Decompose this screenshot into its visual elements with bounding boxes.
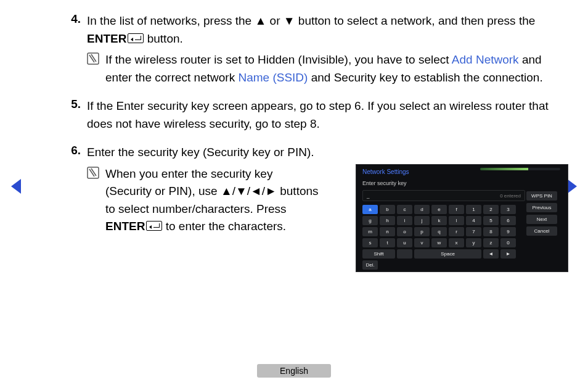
- key-m[interactable]: m: [362, 227, 378, 236]
- key-v[interactable]: v: [414, 238, 430, 247]
- step-body: Enter the security key (Security key or …: [87, 144, 321, 236]
- next-page-arrow[interactable]: [567, 179, 577, 194]
- key-q[interactable]: q: [431, 227, 447, 236]
- enter-icon: [146, 221, 162, 231]
- key-p[interactable]: p: [414, 227, 430, 236]
- key-k[interactable]: k: [431, 216, 447, 225]
- progress-bar: [480, 168, 560, 170]
- text: If the Enter security key screen appears…: [87, 99, 549, 130]
- text: In the list of networks, press the: [87, 14, 255, 27]
- key-z[interactable]: z: [483, 238, 499, 247]
- step-5: 5. If the Enter security key screen appe…: [52, 97, 567, 133]
- note-text: When you enter the security key (Securit…: [105, 165, 321, 236]
- text: to enter the characters.: [162, 220, 286, 233]
- key-t[interactable]: t: [380, 238, 395, 247]
- text: and Security key to establish the connec…: [308, 71, 542, 84]
- key-left[interactable]: ◄: [483, 249, 499, 259]
- note-text: If the wireless router is set to Hidden …: [105, 51, 567, 86]
- key-9[interactable]: 9: [500, 227, 516, 236]
- key-5[interactable]: 5: [483, 216, 499, 225]
- progress-fill: [480, 168, 528, 170]
- panel-subtitle: Enter security key: [356, 176, 568, 189]
- key-w[interactable]: w: [431, 238, 447, 247]
- step-body: In the list of networks, press the ▲ or …: [87, 12, 567, 86]
- panel-side-buttons: WPS PIN Previous Next Cancel: [526, 191, 557, 270]
- note-icon: [87, 51, 105, 86]
- text: or: [266, 14, 283, 27]
- note: If the wireless router is set to Hidden …: [87, 51, 567, 86]
- add-network-link: Add Network: [452, 53, 519, 66]
- step-body: If the Enter security key screen appears…: [87, 97, 567, 133]
- key-shift[interactable]: Shift: [362, 249, 395, 259]
- name-ssid-link: Name (SSID): [238, 71, 308, 84]
- step-number: 6.: [52, 144, 87, 236]
- previous-button[interactable]: Previous: [526, 203, 557, 212]
- prev-page-arrow[interactable]: [11, 179, 21, 194]
- key-g[interactable]: g: [362, 216, 378, 225]
- enter-icon: [128, 33, 144, 43]
- key-2[interactable]: 2: [483, 205, 499, 214]
- step-number: 4.: [52, 12, 87, 86]
- entered-count: 0 entered: [500, 193, 521, 199]
- arrow-glyphs: ▲/▼/◄/►: [221, 184, 277, 197]
- step-4: 4. In the list of networks, press the ▲ …: [52, 12, 567, 86]
- enter-label: ENTER: [105, 220, 145, 233]
- key-y[interactable]: y: [466, 238, 481, 247]
- key-1[interactable]: 1: [466, 205, 481, 214]
- key-3[interactable]: 3: [500, 205, 516, 214]
- key-d[interactable]: d: [414, 205, 430, 214]
- down-glyph: ▼: [284, 14, 295, 27]
- onscreen-keyboard: a b c d e f 1 2 3 g h i j k l 4 5 6 m n: [362, 205, 523, 270]
- key-u[interactable]: u: [397, 238, 412, 247]
- key-0[interactable]: 0: [500, 238, 516, 247]
- text: If the wireless router is set to Hidden …: [105, 53, 452, 66]
- text: button to select a network, and then pre…: [295, 14, 536, 27]
- text: button.: [144, 32, 182, 45]
- key-j[interactable]: j: [414, 216, 430, 225]
- key-star[interactable]: [397, 249, 412, 259]
- svg-rect-0: [88, 53, 99, 64]
- next-button[interactable]: Next: [526, 215, 557, 224]
- key-n[interactable]: n: [380, 227, 395, 236]
- key-space[interactable]: Space: [414, 249, 481, 259]
- key-o[interactable]: o: [397, 227, 412, 236]
- step-number: 5.: [52, 97, 87, 133]
- input-cursor: _: [367, 193, 369, 199]
- key-7[interactable]: 7: [466, 227, 481, 236]
- key-h[interactable]: h: [380, 216, 395, 225]
- note: When you enter the security key (Securit…: [87, 165, 321, 236]
- key-4[interactable]: 4: [466, 216, 481, 225]
- key-a[interactable]: a: [362, 205, 378, 214]
- key-x[interactable]: x: [449, 238, 464, 247]
- key-del[interactable]: Del.: [362, 260, 378, 270]
- cancel-button[interactable]: Cancel: [526, 226, 557, 236]
- up-glyph: ▲: [255, 14, 266, 27]
- manual-page: 4. In the list of networks, press the ▲ …: [0, 0, 588, 385]
- key-s[interactable]: s: [362, 238, 378, 247]
- key-e[interactable]: e: [431, 205, 447, 214]
- panel-title: Network Settings: [356, 165, 568, 176]
- key-b[interactable]: b: [380, 205, 395, 214]
- key-right[interactable]: ►: [500, 249, 516, 259]
- security-key-input[interactable]: _ 0 entered: [362, 190, 525, 201]
- key-l[interactable]: l: [449, 216, 464, 225]
- key-8[interactable]: 8: [483, 227, 499, 236]
- language-pill[interactable]: English: [257, 364, 331, 378]
- key-i[interactable]: i: [397, 216, 412, 225]
- key-f[interactable]: f: [449, 205, 464, 214]
- text: Enter the security key (Security key or …: [87, 146, 314, 159]
- key-c[interactable]: c: [397, 205, 412, 214]
- wps-pin-button[interactable]: WPS PIN: [526, 191, 557, 201]
- svg-rect-1: [88, 167, 99, 178]
- enter-label: ENTER: [87, 32, 126, 45]
- key-6[interactable]: 6: [500, 216, 516, 225]
- network-settings-panel: Network Settings Enter security key _ 0 …: [356, 164, 568, 272]
- note-icon: [87, 165, 105, 236]
- key-r[interactable]: r: [449, 227, 464, 236]
- keyboard-area: a b c d e f 1 2 3 g h i j k l 4 5 6 m n: [356, 205, 568, 270]
